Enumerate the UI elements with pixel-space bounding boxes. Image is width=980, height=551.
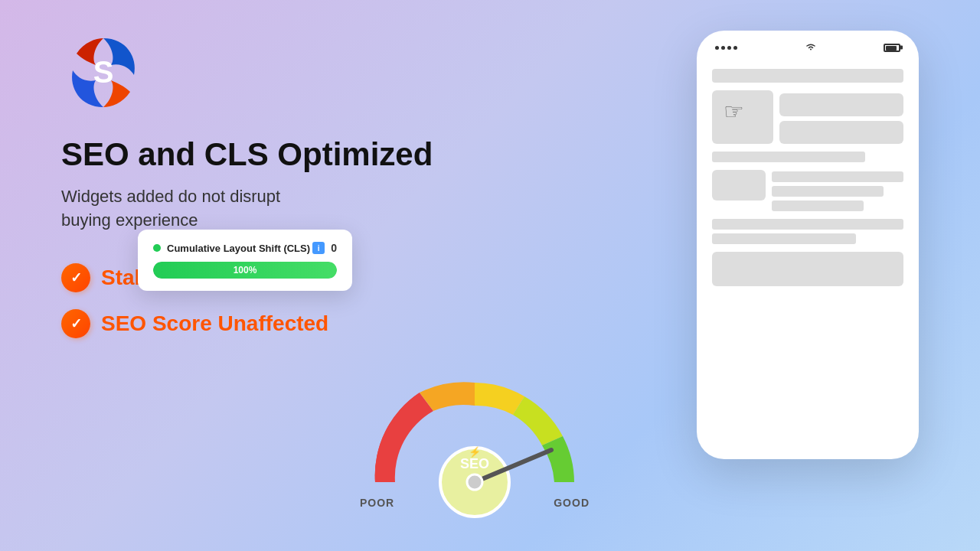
phone-right-col xyxy=(779,90,903,144)
status-dot-1 xyxy=(715,46,719,50)
cls-popup: Cumulative Layout Shift (CLS) i 0 100% xyxy=(138,230,352,291)
phone-block-4 xyxy=(712,252,903,286)
left-section: S SEO and CLS Optimized Widgets added do… xyxy=(61,31,444,355)
cls-status-dot xyxy=(153,244,161,252)
phone-small-block-1 xyxy=(712,170,766,201)
cls-label: Cumulative Layout Shift (CLS) xyxy=(167,243,312,254)
phone-block-3 xyxy=(779,121,903,144)
phone-mockup: ☞ xyxy=(697,31,919,459)
phone-row-4 xyxy=(712,252,903,286)
status-dots-group xyxy=(715,46,737,50)
check-badge-2 xyxy=(61,309,90,338)
phone-text-lines xyxy=(772,170,903,211)
phone-text-line-2 xyxy=(772,186,884,197)
cls-header: Cumulative Layout Shift (CLS) i 0 xyxy=(153,242,337,254)
cls-percent: 100% xyxy=(234,265,257,276)
wifi-icon xyxy=(805,43,816,52)
cursor-hand-icon: ☞ xyxy=(724,98,744,125)
gauge-label-good: GOOD xyxy=(554,497,590,509)
subtitle: Widgets added do not disrupt buying expe… xyxy=(61,185,444,233)
phone-block-1: ☞ xyxy=(712,90,773,144)
phone-status-bar xyxy=(697,43,919,52)
cls-score: 0 xyxy=(331,242,337,254)
phone-text-line-4 xyxy=(712,219,903,230)
phone-text-line-3 xyxy=(772,201,864,211)
feature-2-text: SEO Score Unaffected xyxy=(101,311,328,336)
svg-text:SEO: SEO xyxy=(460,456,489,471)
phone-text-line-5 xyxy=(712,233,856,244)
cls-progress-bar: 100% xyxy=(153,262,337,279)
phone-header-bar xyxy=(712,69,903,83)
phone-content: ☞ xyxy=(712,69,903,286)
logo: S xyxy=(61,31,145,115)
status-dot-4 xyxy=(733,46,737,50)
check-badge-1 xyxy=(61,263,90,292)
cls-info-icon: i xyxy=(312,242,325,254)
main-title: SEO and CLS Optimized xyxy=(61,136,444,173)
phone-text-bar-1 xyxy=(712,152,865,162)
svg-text:S: S xyxy=(93,55,114,89)
right-section: ☞ xyxy=(643,31,934,474)
phone-row-2 xyxy=(712,170,903,211)
gauge-container: ⚡ SEO POOR GOOD xyxy=(337,329,612,528)
cls-progress-fill: 100% xyxy=(153,262,337,279)
phone-row-3 xyxy=(712,219,903,244)
status-dot-3 xyxy=(727,46,731,50)
phone-bottom-lines xyxy=(712,219,903,244)
svg-point-4 xyxy=(467,474,482,490)
phone-block-2 xyxy=(779,93,903,116)
gauge-label-poor: POOR xyxy=(360,497,394,509)
phone-row-1: ☞ xyxy=(712,90,903,144)
status-dot-2 xyxy=(721,46,725,50)
battery-icon xyxy=(884,44,900,52)
phone-text-line-1 xyxy=(772,171,903,182)
